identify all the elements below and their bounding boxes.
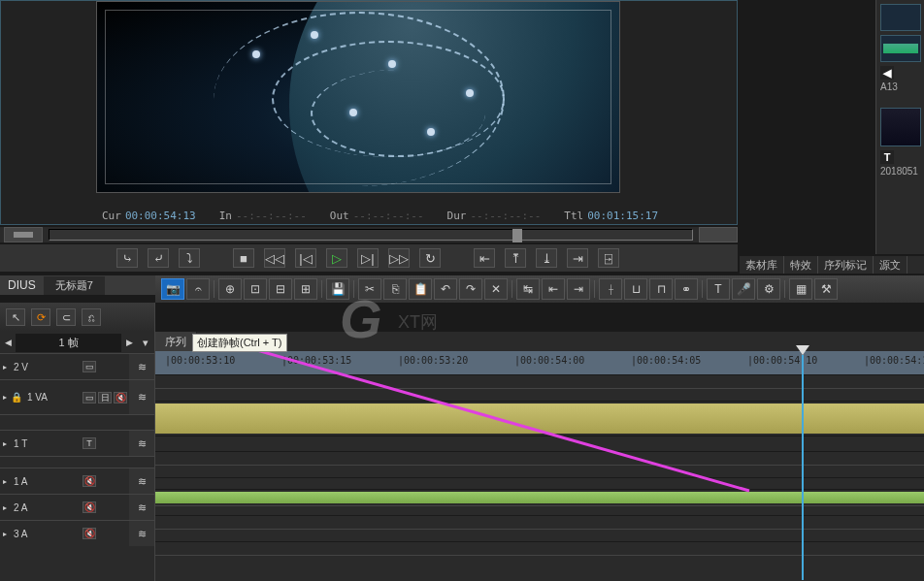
expand-icon[interactable]: ▸ (0, 468, 10, 494)
trim-in-button[interactable]: ⇤ (542, 278, 565, 300)
expand-icon[interactable]: ▸ (0, 380, 10, 414)
bin-thumb-1[interactable] (880, 4, 921, 31)
paste-button[interactable]: 📋 (409, 278, 432, 300)
overwrite-button[interactable]: ⊡ (244, 278, 267, 300)
mute-icon[interactable]: 🔇 (82, 475, 96, 487)
title-button[interactable]: T (707, 278, 730, 300)
group-button[interactable]: ⊔ (624, 278, 647, 300)
tab-bin[interactable]: 素材库 (740, 256, 784, 274)
delete-button[interactable]: ✕ (484, 278, 508, 300)
shuttle-track[interactable] (49, 229, 693, 241)
rewind-button[interactable]: ◁◁ (264, 248, 285, 268)
bin-thumb-audio[interactable] (880, 35, 921, 62)
mark-in-button[interactable]: ⤷ (116, 248, 138, 268)
mute-icon[interactable]: 🔇 (82, 501, 96, 513)
render-button[interactable]: ⚙ (757, 278, 780, 300)
goto-prev-edit-button[interactable]: ⇤ (474, 248, 495, 268)
expand-icon[interactable]: ▸ (0, 521, 10, 546)
track-va1[interactable] (155, 401, 924, 436)
copy-button[interactable]: ⎘ (383, 278, 407, 300)
track-header-v2[interactable]: ▸ 2 V ▭ ≋ (0, 353, 154, 379)
split-button[interactable]: ⟊ (599, 278, 622, 300)
timeline-tracks[interactable] (155, 374, 924, 581)
expand-icon[interactable]: ▸ (0, 354, 10, 379)
mute-icon[interactable]: 🔇 (82, 528, 96, 539)
track-patch-va1[interactable]: ≋ (129, 380, 154, 414)
create-still-button[interactable]: 📷 (161, 278, 184, 300)
video-icon[interactable]: ▭ (82, 392, 96, 403)
track-a1[interactable] (155, 489, 924, 515)
video-patch-icon[interactable]: ▭ (82, 361, 96, 372)
shuttle-right[interactable] (699, 227, 738, 242)
playhead-marker[interactable] (796, 345, 809, 355)
track-a3[interactable] (155, 541, 924, 567)
shuttle-left[interactable] (4, 227, 43, 242)
lock-icon[interactable]: 🔒 (10, 380, 23, 414)
shuttle-handle[interactable] (512, 229, 522, 242)
cur-value[interactable]: 00:00:54:13 (125, 210, 196, 222)
ripple-button[interactable]: ↹ (516, 278, 540, 300)
clip-video-1[interactable] (155, 403, 924, 434)
sync-button[interactable]: ⊂ (56, 308, 76, 326)
zoom-out-button[interactable]: ◀ (0, 338, 16, 347)
mute-icon[interactable]: 🔇 (114, 392, 127, 403)
track-va1-audio[interactable] (155, 436, 924, 451)
step-fwd-button[interactable]: ▷| (357, 248, 379, 268)
mono-icon[interactable]: 日 (98, 392, 112, 403)
goto-next-edit-button[interactable]: ⇥ (567, 248, 588, 268)
clear-button[interactable]: ⤵ (179, 248, 200, 268)
undo-button[interactable]: ↶ (434, 278, 457, 300)
track-header-a3[interactable]: ▸ 3 A 🔇 ≋ (0, 520, 154, 546)
trim-out-button[interactable]: ⇥ (567, 278, 590, 300)
insert-button[interactable]: ⊕ (218, 278, 242, 300)
track-t1[interactable] (155, 451, 924, 477)
export-frame-button[interactable]: ⍈ (598, 248, 619, 268)
title-icon[interactable]: T (82, 437, 96, 449)
bin-thumb-2[interactable] (880, 108, 921, 146)
caret-left-icon[interactable]: ◀ (880, 66, 894, 80)
snap-button[interactable]: ↖ (6, 308, 25, 326)
redo-button[interactable]: ↷ (459, 278, 482, 300)
play-button[interactable]: ▷ (326, 248, 347, 268)
track-patch-a2[interactable]: ≋ (129, 495, 154, 520)
track-header-va1[interactable]: ▸ 🔒 1 VA ▭ 日 🔇 ≋ (0, 379, 154, 414)
stop-button[interactable]: ■ (233, 248, 254, 268)
track-patch-a1[interactable]: ≋ (129, 468, 154, 494)
track-header-a2[interactable]: ▸ 2 A 🔇 ≋ (0, 494, 154, 520)
replace-button[interactable]: ⊟ (269, 278, 292, 300)
link-mode-button[interactable]: ⎌ (82, 308, 101, 326)
tab-markers[interactable]: 序列标记 (818, 256, 874, 274)
track-v2[interactable] (155, 374, 924, 401)
goto-in-button[interactable]: ⤒ (505, 248, 526, 268)
track-header-t1[interactable]: ▸ 1 T T ≋ (0, 430, 154, 456)
track-patch-a3[interactable]: ≋ (129, 521, 154, 546)
step-back-button[interactable]: |◁ (295, 248, 316, 268)
cut-tool-button[interactable]: 𝄐 (186, 278, 210, 300)
scissors-button[interactable]: ✂ (358, 278, 381, 300)
mark-out-button[interactable]: ⤶ (148, 248, 169, 268)
tab-source[interactable]: 源文 (874, 256, 908, 274)
save-button[interactable]: 💾 (326, 278, 349, 300)
zoom-in-button[interactable]: ▶ (121, 338, 137, 347)
goto-out-button[interactable]: ⤓ (536, 248, 557, 268)
ripple-mode-button[interactable]: ⟳ (31, 308, 50, 326)
ungroup-button[interactable]: ⊓ (649, 278, 673, 300)
track-patch-v2[interactable]: ≋ (129, 354, 154, 379)
ffwd-button[interactable]: ▷▷ (388, 248, 410, 268)
zoom-level[interactable]: 1 帧 (16, 334, 121, 352)
preview-viewport[interactable] (96, 1, 620, 193)
track-a2[interactable] (155, 515, 924, 541)
expand-icon[interactable]: ▸ (0, 495, 10, 520)
loop-button[interactable]: ↻ (419, 248, 441, 268)
expand-icon[interactable]: ▸ (0, 431, 10, 456)
lift-button[interactable]: ⊞ (294, 278, 317, 300)
link-button[interactable]: ⚭ (675, 278, 698, 300)
sequence-tab-1[interactable]: 序列 (155, 332, 197, 351)
clip-audio-1[interactable] (155, 492, 924, 503)
track-patch-t1[interactable]: ≋ (129, 431, 154, 456)
zoom-dropdown[interactable]: ▾ (137, 337, 154, 349)
tab-effects[interactable]: 特效 (784, 256, 818, 274)
track-header-a1[interactable]: ▸ 1 A 🔇 ≋ (0, 468, 154, 494)
settings-button[interactable]: ⚒ (814, 278, 838, 300)
voiceover-button[interactable]: 🎤 (732, 278, 755, 300)
